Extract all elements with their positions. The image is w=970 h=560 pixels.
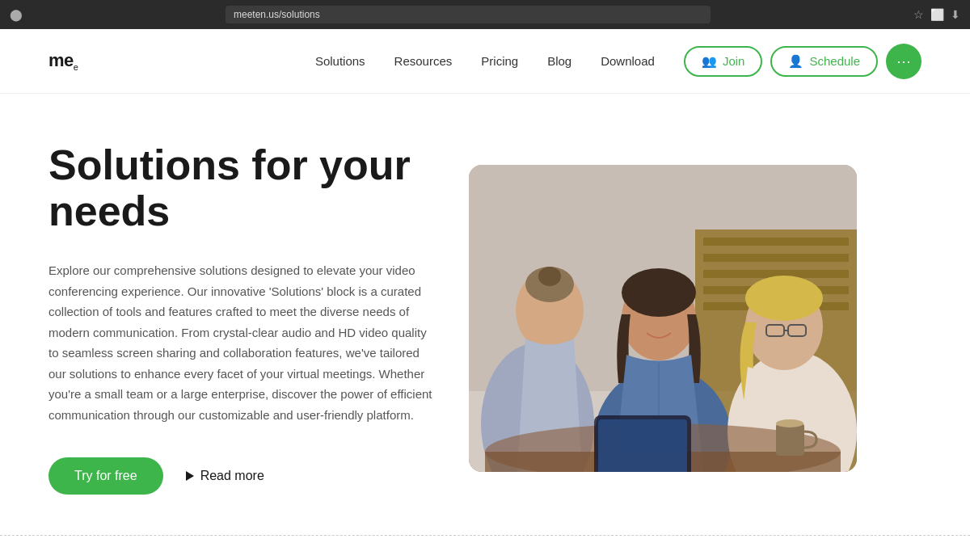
join-icon: 👥 <box>702 54 717 69</box>
menu-button[interactable]: ⋯ <box>886 44 922 79</box>
svg-point-14 <box>622 268 696 317</box>
logo-sub: e <box>74 62 78 72</box>
nav-links: Solutions Resources Pricing Blog Downloa… <box>315 54 655 68</box>
nav-blog[interactable]: Blog <box>547 54 571 68</box>
hero-actions: Try for free Read more <box>48 457 436 495</box>
schedule-button[interactable]: 👤 Schedule <box>770 46 878 77</box>
play-icon <box>186 471 194 481</box>
hero-section: Solutions for your needs Explore our com… <box>0 94 970 535</box>
schedule-label: Schedule <box>809 54 860 68</box>
svg-rect-3 <box>703 238 849 246</box>
svg-rect-4 <box>703 254 849 262</box>
try-free-button[interactable]: Try for free <box>48 457 163 495</box>
svg-point-11 <box>538 267 561 286</box>
download-icon[interactable]: ⬇ <box>951 8 960 21</box>
join-label: Join <box>723 54 745 68</box>
nav-buttons: 👥 Join 👤 Schedule ⋯ <box>684 44 922 79</box>
hero-title: Solutions for your needs <box>48 142 436 234</box>
svg-rect-26 <box>776 423 804 456</box>
nav-resources[interactable]: Resources <box>394 54 453 68</box>
logo[interactable]: mee <box>48 50 78 72</box>
extension-icon[interactable]: ⬜ <box>930 8 944 21</box>
nav-download[interactable]: Download <box>601 54 655 68</box>
dots-icon: ⋯ <box>896 53 911 70</box>
hero-text: Solutions for your needs Explore our com… <box>48 142 436 495</box>
read-more-button[interactable]: Read more <box>186 469 264 483</box>
bottom-sections: Management Assistants Agencies <box>0 535 970 560</box>
read-more-label: Read more <box>200 469 264 483</box>
svg-rect-25 <box>598 419 687 472</box>
bookmark-icon[interactable]: ☆ <box>913 8 924 21</box>
tab-icon: ⬤ <box>10 8 23 21</box>
schedule-icon: 👤 <box>788 54 803 69</box>
join-button[interactable]: 👥 Join <box>684 46 763 77</box>
browser-actions: ☆ ⬜ ⬇ <box>913 8 960 21</box>
browser-chrome: ⬤ meeten.us/solutions ☆ ⬜ ⬇ <box>0 0 970 29</box>
nav-pricing[interactable]: Pricing <box>481 54 518 68</box>
hero-description: Explore our comprehensive solutions desi… <box>48 260 436 425</box>
url-bar[interactable]: meeten.us/solutions <box>226 6 711 23</box>
svg-point-18 <box>745 276 823 321</box>
nav-solutions[interactable]: Solutions <box>315 54 365 68</box>
hero-image <box>469 165 857 472</box>
url-text: meeten.us/solutions <box>234 9 320 20</box>
navbar: mee Solutions Resources Pricing Blog Dow… <box>0 29 970 94</box>
svg-point-27 <box>776 419 803 427</box>
hero-photo <box>469 165 857 472</box>
